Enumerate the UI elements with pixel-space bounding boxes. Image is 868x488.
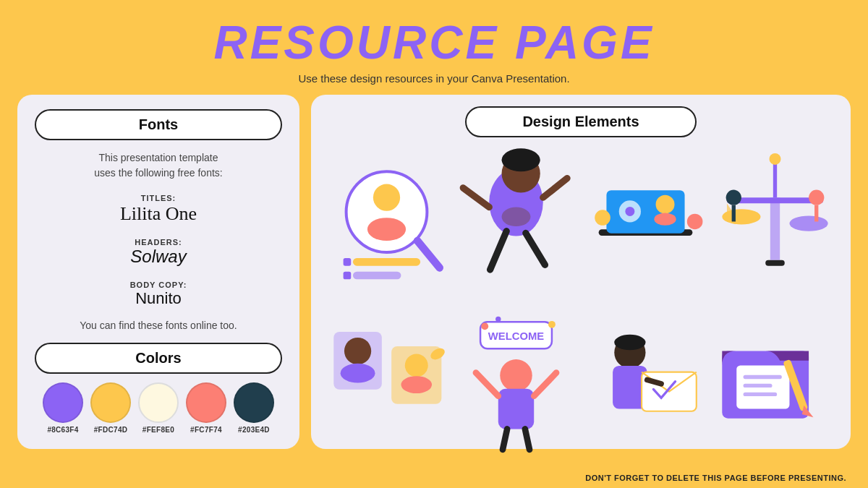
svg-point-19 [625, 207, 634, 216]
font-body-value: Nunito [35, 289, 282, 308]
swatch-circle-coral [186, 382, 226, 423]
illus-video-people-svg [324, 303, 449, 457]
font-headers-label: HEADERS: [35, 238, 282, 247]
svg-rect-4 [353, 258, 420, 266]
page-title: RESOURCE PAGE [0, 0, 868, 69]
right-panel: Design Elements [311, 95, 851, 449]
font-body: BODY COPY: Nunito [35, 281, 282, 308]
colors-section: Colors #8C63F4 #FDC74D #FEF8E0 #FC7F74 [35, 343, 282, 434]
page-subtitle: Use these design resources in your Canva… [0, 72, 868, 85]
svg-line-12 [543, 179, 567, 198]
color-swatches: #8C63F4 #FDC74D #FEF8E0 #FC7F74 #203E4D [35, 382, 282, 434]
left-panel: Fonts This presentation templateuses the… [17, 95, 299, 449]
colors-header: Colors [35, 343, 282, 374]
illus-letter [583, 303, 708, 457]
swatch-coral: #FC7F74 [186, 382, 226, 434]
svg-point-38 [341, 364, 375, 383]
swatch-purple: #8C63F4 [43, 382, 83, 434]
svg-point-46 [495, 317, 501, 322]
svg-line-51 [503, 429, 507, 449]
svg-point-45 [548, 321, 556, 328]
fonts-header: Fonts [35, 109, 282, 140]
svg-point-23 [687, 214, 703, 230]
illus-chat-svg: ? [324, 461, 449, 488]
svg-point-10 [502, 148, 540, 171]
fonts-note: You can find these fonts online too. [35, 320, 282, 331]
footer-note: DON'T FORGET TO DELETE THIS PAGE BEFORE … [585, 474, 846, 482]
illus-folder-svg [712, 303, 838, 457]
swatch-circle-cream [138, 382, 179, 423]
svg-point-2 [373, 184, 400, 211]
svg-rect-34 [770, 197, 780, 260]
svg-point-21 [654, 213, 676, 226]
illus-hired-svg: HIRED [454, 461, 579, 488]
svg-point-3 [367, 218, 406, 241]
font-titles: TITLES: Lilita One [35, 194, 282, 225]
svg-rect-33 [765, 260, 785, 266]
svg-line-14 [526, 233, 545, 265]
design-elements-header: Design Elements [465, 106, 697, 137]
illus-laptop [583, 145, 708, 299]
svg-point-28 [789, 215, 827, 231]
illus-dancing-person [454, 145, 579, 299]
svg-rect-61 [744, 384, 773, 388]
swatch-label-coral: #FC7F74 [190, 426, 222, 434]
svg-line-11 [463, 188, 489, 207]
illus-chat-person: ? [324, 461, 449, 488]
font-titles-label: TITLES: [35, 194, 282, 202]
svg-line-49 [476, 372, 498, 395]
svg-rect-62 [744, 393, 778, 396]
svg-rect-48 [498, 389, 534, 429]
svg-point-39 [405, 354, 428, 377]
illus-scale [712, 145, 838, 299]
svg-rect-5 [353, 272, 401, 280]
design-elements-grid: WELCOME [324, 145, 838, 488]
illus-search-person-svg [324, 145, 449, 299]
svg-text:WELCOME: WELCOME [488, 330, 544, 342]
illus-search-person [324, 145, 449, 299]
illus-welcome: WELCOME [454, 303, 579, 457]
font-body-label: BODY COPY: [35, 281, 282, 289]
swatch-label-purple: #8C63F4 [47, 426, 78, 434]
font-titles-value: Lilita One [35, 202, 282, 225]
svg-line-1 [417, 241, 440, 267]
illus-video-people [324, 303, 449, 457]
svg-rect-7 [344, 272, 352, 280]
illus-hired: HIRED [454, 461, 579, 488]
svg-point-37 [344, 338, 371, 364]
svg-rect-60 [744, 375, 782, 379]
svg-point-22 [595, 210, 610, 226]
swatch-label-yellow: #FDC74D [94, 426, 128, 434]
main-content: Fonts This presentation templateuses the… [0, 95, 868, 449]
illus-letter-svg [583, 303, 708, 457]
swatch-cream: #FEF8E0 [138, 382, 179, 434]
svg-point-54 [614, 335, 645, 351]
swatch-circle-yellow [90, 382, 131, 423]
svg-line-52 [525, 429, 529, 449]
font-headers-value: Solway [35, 247, 282, 267]
illus-laptop-svg [583, 145, 708, 299]
svg-line-57 [647, 380, 661, 383]
svg-line-13 [490, 231, 507, 270]
svg-point-47 [500, 359, 532, 391]
svg-point-29 [726, 190, 741, 205]
swatch-label-navy: #203E4D [238, 426, 270, 434]
svg-point-40 [401, 376, 432, 393]
svg-rect-17 [606, 190, 684, 233]
illus-folder [712, 303, 838, 457]
swatch-circle-navy [234, 382, 274, 423]
svg-point-27 [722, 209, 760, 224]
svg-line-50 [534, 372, 556, 395]
right-panel-header: Design Elements [324, 106, 838, 137]
svg-point-26 [770, 153, 781, 165]
illus-dancing-svg [454, 145, 579, 299]
fonts-description: This presentation templateuses the follo… [35, 150, 282, 181]
svg-point-44 [481, 322, 488, 330]
svg-point-20 [656, 195, 675, 214]
svg-point-31 [809, 190, 824, 205]
swatch-yellow: #FDC74D [90, 382, 131, 434]
illus-welcome-svg: WELCOME [454, 303, 579, 457]
illus-scale-svg [712, 145, 838, 299]
swatch-navy: #203E4D [234, 382, 274, 434]
swatch-circle-purple [43, 382, 83, 423]
